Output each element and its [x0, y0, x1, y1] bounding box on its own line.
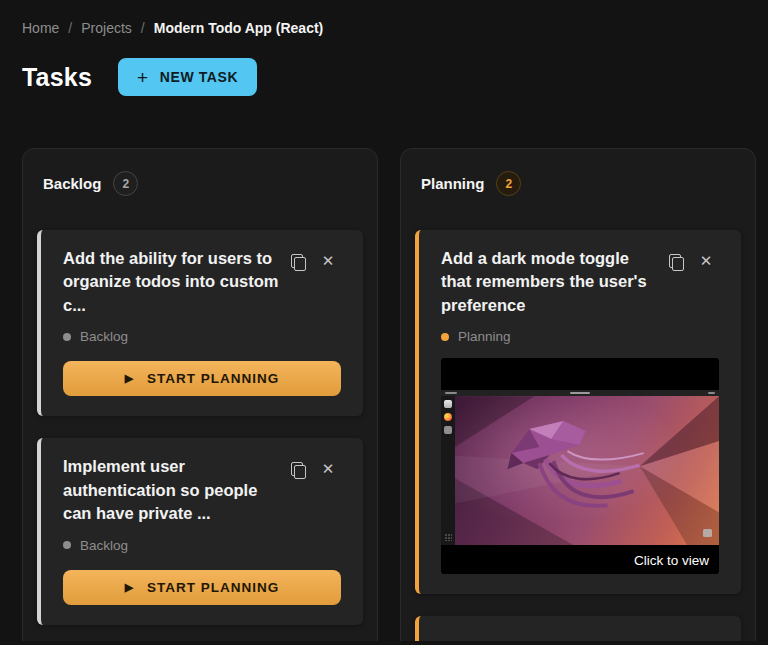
show-apps-icon	[444, 533, 452, 541]
jellyfish-graphic	[489, 411, 658, 521]
screenshot-thumbnail[interactable]: Click to view	[441, 358, 719, 574]
task-card[interactable]: Add a dark mode toggle that remembers th…	[415, 230, 741, 594]
card-actions: ✕	[285, 456, 341, 525]
ubuntu-desktop	[441, 396, 719, 545]
status-label: Planning	[458, 329, 511, 344]
breadcrumb-current-project: Modern Todo App (React)	[154, 20, 324, 36]
title-row: Tasks + NEW TASK	[22, 58, 756, 96]
plus-icon: +	[137, 68, 149, 87]
column-title: Backlog	[43, 175, 101, 192]
start-planning-button[interactable]: ▶ START PLANNING	[63, 361, 341, 396]
status-dot	[441, 333, 449, 341]
status-dot	[63, 333, 71, 341]
close-icon[interactable]: ✕	[693, 248, 719, 274]
play-icon: ▶	[125, 373, 134, 384]
copy-icon[interactable]	[285, 456, 311, 482]
kanban-board: Backlog 2 Add the ability for users to o…	[22, 148, 756, 641]
task-title: Add a dark mode toggle that remembers th…	[441, 247, 657, 317]
play-icon: ▶	[125, 582, 134, 593]
start-planning-label: START PLANNING	[147, 580, 279, 595]
files-icon	[444, 400, 452, 408]
system-tray-mark	[708, 392, 715, 394]
status-label: Backlog	[80, 329, 128, 344]
start-planning-button[interactable]: ▶ START PLANNING	[63, 570, 341, 605]
thumbnail-letterbox	[441, 358, 719, 390]
column-count-badge: 2	[496, 171, 521, 196]
column-header: Backlog 2	[43, 171, 363, 196]
breadcrumb-home-link[interactable]: Home	[22, 20, 59, 36]
new-task-label: NEW TASK	[160, 69, 238, 85]
copy-glyph	[291, 254, 305, 269]
task-card[interactable]: Implement user authentication so people …	[37, 438, 363, 624]
card-header: Implement user authentication so people …	[63, 455, 341, 525]
app-icon	[444, 426, 452, 434]
status-label: Backlog	[80, 538, 128, 553]
task-title: Add the ability for users to organize to…	[63, 247, 279, 317]
breadcrumb-separator: /	[141, 20, 145, 36]
copy-glyph	[291, 462, 305, 477]
clock-mark	[570, 392, 590, 394]
task-title: Implement user authentication so people …	[63, 455, 279, 525]
task-card-partial[interactable]	[415, 616, 741, 641]
copy-icon[interactable]	[285, 248, 311, 274]
column-backlog: Backlog 2 Add the ability for users to o…	[22, 148, 378, 641]
copy-icon[interactable]	[663, 248, 689, 274]
new-task-button[interactable]: + NEW TASK	[118, 58, 257, 96]
column-title: Planning	[421, 175, 484, 192]
status-dot	[63, 541, 71, 549]
page-title: Tasks	[22, 63, 92, 92]
activities-mark	[445, 392, 457, 394]
column-count-badge: 2	[113, 171, 138, 196]
close-icon[interactable]: ✕	[315, 248, 341, 274]
task-card[interactable]: Add the ability for users to organize to…	[37, 230, 363, 416]
desktop-home-icon	[703, 529, 712, 537]
status-row: Planning	[441, 329, 719, 344]
copy-glyph	[669, 254, 683, 269]
jellyfish-wallpaper	[455, 396, 719, 545]
breadcrumb: Home / Projects / Modern Todo App (React…	[22, 20, 756, 36]
thumbnail-caption: Click to view	[634, 553, 709, 568]
ubuntu-dock	[441, 396, 455, 545]
card-header: Add a dark mode toggle that remembers th…	[441, 247, 719, 317]
firefox-icon	[444, 413, 452, 421]
close-icon[interactable]: ✕	[315, 456, 341, 482]
breadcrumb-projects-link[interactable]: Projects	[81, 20, 132, 36]
status-row: Backlog	[63, 538, 341, 553]
start-planning-label: START PLANNING	[147, 371, 279, 386]
breadcrumb-separator: /	[68, 20, 72, 36]
column-header: Planning 2	[421, 171, 741, 196]
page: Home / Projects / Modern Todo App (React…	[0, 0, 768, 645]
card-actions: ✕	[285, 248, 341, 317]
column-planning: Planning 2 Add a dark mode toggle that r…	[400, 148, 756, 641]
status-row: Backlog	[63, 329, 341, 344]
card-header: Add the ability for users to organize to…	[63, 247, 341, 317]
card-actions: ✕	[663, 248, 719, 317]
